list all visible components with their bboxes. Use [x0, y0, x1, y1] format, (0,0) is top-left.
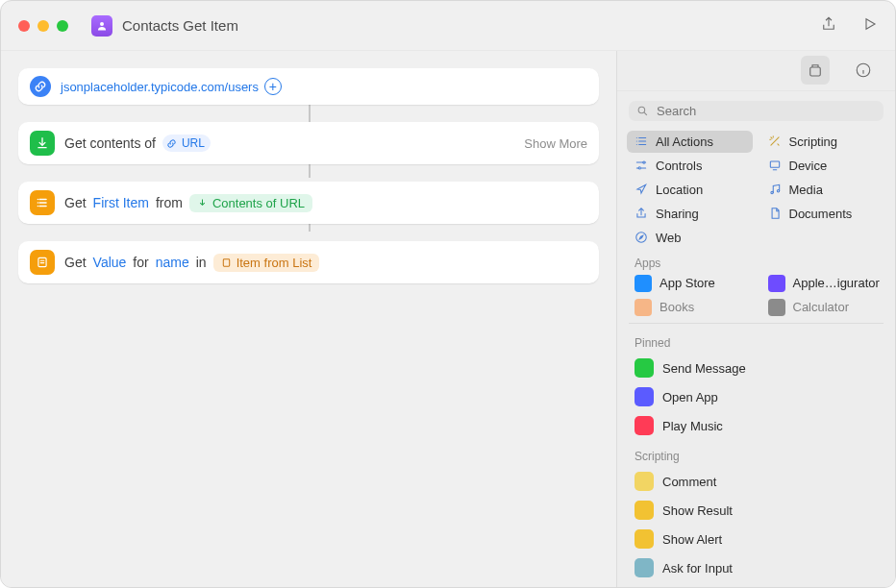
category-web[interactable]: Web	[627, 227, 753, 249]
action-show-result[interactable]: Show Result	[629, 496, 884, 525]
url-value[interactable]: jsonplaceholder.typicode.com/users	[61, 80, 259, 94]
category-all-actions[interactable]: All Actions	[627, 131, 753, 153]
titlebar: Contacts Get Item	[1, 1, 895, 51]
svg-point-9	[770, 191, 772, 193]
window-title: Contacts Get Item	[122, 17, 238, 34]
share-icon	[635, 207, 648, 220]
wand-icon	[768, 135, 782, 148]
svg-point-0	[100, 22, 104, 26]
app-icon	[635, 299, 652, 316]
app-books[interactable]: Books	[627, 296, 753, 319]
zoom-window[interactable]	[57, 20, 68, 32]
minimize-window[interactable]	[37, 20, 49, 32]
connector	[309, 105, 311, 124]
svg-point-7	[638, 167, 640, 169]
list-icon	[30, 190, 55, 215]
action-comment[interactable]: Comment	[629, 467, 884, 496]
svg-point-6	[643, 161, 645, 163]
share-icon	[820, 15, 837, 33]
categories-section: All ActionsScriptingControlsDeviceLocati…	[617, 127, 895, 319]
category-media[interactable]: Media	[760, 179, 886, 201]
get-label: Get	[64, 255, 87, 270]
in-label: in	[196, 255, 207, 270]
app-icon	[635, 275, 652, 292]
slider-icon	[635, 159, 648, 172]
window-controls	[18, 20, 68, 32]
play-icon	[860, 15, 878, 33]
info-tab[interactable]	[849, 56, 878, 85]
action-icon	[635, 472, 654, 491]
svg-rect-3	[810, 67, 821, 76]
body: jsonplaceholder.typicode.com/users + Get…	[1, 51, 895, 587]
scripting-header: Scripting	[629, 440, 884, 467]
share-button[interactable]	[820, 15, 837, 36]
category-documents[interactable]: Documents	[760, 203, 886, 225]
category-sharing[interactable]: Sharing	[627, 203, 753, 225]
sidebar-tabs	[617, 51, 895, 91]
svg-rect-8	[770, 161, 779, 167]
pinned-header: Pinned	[629, 327, 884, 354]
dict-icon	[30, 250, 55, 275]
workflow-canvas[interactable]: jsonplaceholder.typicode.com/users + Get…	[1, 51, 616, 587]
svg-point-10	[777, 190, 779, 192]
action-count[interactable]: Count	[629, 582, 884, 587]
search-input[interactable]	[655, 103, 876, 119]
get-value-block[interactable]: Get Value for name in Item from List	[18, 241, 599, 283]
value-param[interactable]: Value	[93, 255, 127, 270]
svg-point-5	[638, 107, 645, 113]
app-icon	[768, 299, 785, 316]
library-tab[interactable]	[801, 56, 830, 85]
category-device[interactable]: Device	[760, 155, 886, 177]
library-sidebar: All ActionsScriptingControlsDeviceLocati…	[616, 51, 895, 587]
pinned-open-app[interactable]: Open App	[629, 382, 884, 411]
first-item-param[interactable]: First Item	[93, 195, 149, 210]
close-window[interactable]	[18, 20, 30, 32]
from-label: from	[156, 195, 183, 210]
url-action-block[interactable]: jsonplaceholder.typicode.com/users +	[18, 68, 599, 105]
get-contents-block[interactable]: Get contents of URL Show More	[18, 122, 599, 164]
search-field[interactable]	[629, 101, 884, 121]
get-contents-label: Get contents of	[64, 135, 156, 151]
for-label: for	[133, 255, 148, 270]
list-icon	[635, 135, 648, 148]
action-icon	[635, 358, 654, 378]
app-icon	[768, 275, 785, 292]
svg-point-11	[636, 233, 647, 243]
actions-section: Pinned Send MessageOpen AppPlay Music Sc…	[617, 327, 895, 587]
key-param[interactable]: name	[156, 255, 189, 270]
pinned-send-message[interactable]: Send Message	[629, 354, 884, 382]
action-icon	[635, 558, 654, 577]
shortcut-icon	[91, 15, 112, 37]
url-icon	[30, 76, 51, 97]
category-scripting[interactable]: Scripting	[760, 131, 886, 153]
pinned-play-music[interactable]: Play Music	[629, 411, 884, 440]
contents-token[interactable]: Contents of URL	[189, 194, 312, 212]
download-icon	[30, 131, 55, 156]
library-icon	[807, 61, 824, 79]
action-icon	[635, 387, 654, 406]
action-icon	[635, 529, 654, 549]
action-show-alert[interactable]: Show Alert	[629, 525, 884, 553]
get-item-block[interactable]: Get First Item from Contents of URL	[18, 182, 599, 224]
action-icon	[635, 501, 654, 520]
device-icon	[768, 159, 782, 172]
run-button[interactable]	[860, 15, 878, 36]
doc-icon	[768, 207, 782, 220]
add-url-button[interactable]: +	[264, 78, 282, 95]
app-apple-igurator[interactable]: Apple…igurator	[760, 272, 886, 295]
music-icon	[768, 183, 782, 196]
category-location[interactable]: Location	[627, 179, 753, 201]
contacts-icon	[96, 20, 108, 32]
url-token[interactable]: URL	[162, 135, 211, 152]
safari-icon	[635, 231, 648, 244]
item-token[interactable]: Item from List	[213, 254, 320, 272]
svg-rect-2	[223, 258, 229, 265]
get-label: Get	[64, 195, 87, 210]
show-more-button[interactable]: Show More	[524, 136, 587, 151]
category-controls[interactable]: Controls	[627, 155, 753, 177]
action-ask-for-input[interactable]: Ask for Input	[629, 553, 884, 582]
divider	[629, 323, 884, 324]
app-app-store[interactable]: App Store	[627, 272, 753, 295]
arrow-icon	[635, 183, 648, 196]
app-calculator[interactable]: Calculator	[760, 296, 886, 319]
